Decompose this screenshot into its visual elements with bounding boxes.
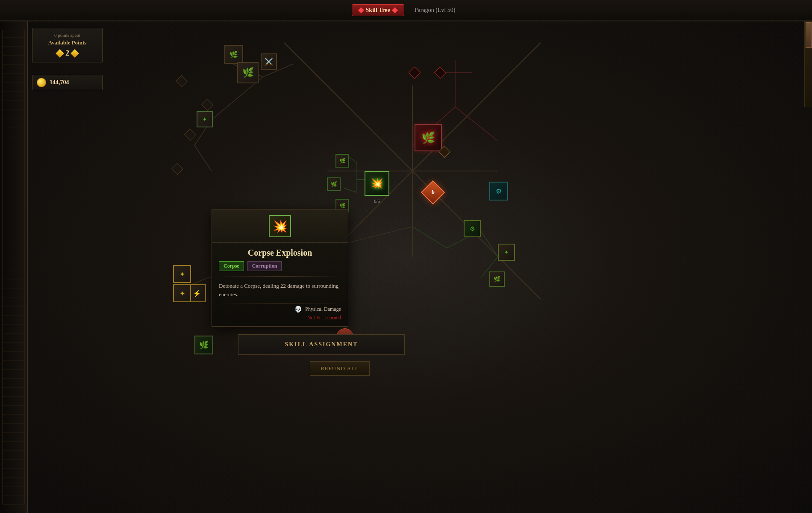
hub-number: 6 [432, 189, 435, 196]
skill-tree-tab[interactable]: Skill Tree [352, 4, 404, 16]
small-diamond-3-icon [184, 129, 196, 141]
red-node-2[interactable] [436, 68, 444, 77]
small-node-2[interactable] [203, 100, 212, 109]
green-plant-1[interactable]: 🌿 [335, 154, 349, 168]
skill-tree-diamond-icon [358, 7, 364, 13]
svg-line-26 [481, 231, 498, 256]
tooltip-icon-bar: 💥 [212, 210, 348, 243]
top-navigation-bar: Skill Tree Paragon (Lvl 50) [0, 0, 812, 21]
red-diamond-2-icon [434, 67, 446, 79]
node-progress: 0/5 [374, 198, 380, 203]
svg-line-0 [284, 43, 412, 171]
right-scrollbar[interactable] [804, 21, 812, 107]
svg-line-16 [455, 107, 498, 141]
scroll-thumb [806, 22, 812, 48]
center-hub[interactable]: 6 [424, 184, 441, 201]
refund-all-button[interactable]: REFUND ALL [310, 361, 370, 376]
tooltip-tags: Corpse Corruption [212, 261, 348, 276]
skill-assignment-label: SKILL ASSIGNMENT [285, 341, 358, 348]
small-diamond-2-icon [201, 99, 213, 111]
small-node-4[interactable] [173, 165, 182, 173]
left-border-pattern [2, 30, 25, 504]
connection-lines-svg [28, 21, 812, 513]
green-plant-2[interactable]: 🌿 [327, 177, 341, 191]
tooltip-stat-row: 💀 Physical Damage [212, 304, 348, 315]
top-node-1[interactable]: 🌿 [224, 45, 243, 64]
left-border [0, 21, 28, 513]
tag-corruption: Corruption [247, 261, 282, 271]
scythe-node[interactable]: 🌿 [237, 62, 259, 83]
svg-line-20 [344, 188, 357, 192]
lower-right-node[interactable]: ✦ [498, 244, 515, 261]
teal-node[interactable]: ⚙ [489, 182, 508, 200]
svg-line-24 [412, 227, 447, 248]
tooltip-skill-icon: 💥 [269, 215, 291, 237]
gear-node-right[interactable]: ⚙ [464, 220, 481, 237]
tooltip-stat-name: Physical Damage [305, 306, 341, 313]
large-red-node[interactable]: 🌿 [415, 124, 442, 151]
tooltip-panel: 💥 Corpse Explosion Corpse Corruption Det… [212, 209, 348, 327]
small-diamond-4-icon [171, 163, 183, 175]
top-node-2[interactable]: ⚔️ [261, 53, 277, 70]
small-node-1[interactable] [177, 77, 186, 86]
small-node-right-1[interactable] [440, 147, 449, 156]
corpse-explosion-node[interactable]: 💥 0/5 [365, 171, 389, 196]
svg-line-1 [412, 43, 541, 171]
paragon-tab[interactable]: Paragon (Lvl 50) [409, 5, 461, 16]
left-bottom-node-1[interactable]: ✦ [173, 265, 191, 283]
green-node-left[interactable]: ✦ [197, 111, 213, 127]
small-node-3[interactable] [186, 130, 194, 139]
skill-assign-icon-left[interactable]: 🌿 [194, 336, 213, 354]
left-bottom-node-3[interactable]: ✦ [173, 284, 191, 302]
tag-corpse: Corpse [219, 261, 244, 271]
not-learned-status: Not Yet Learned [212, 315, 348, 326]
skill-tree-area: 🌿 ⚔️ 🌿 ✦ 🌿 [28, 21, 812, 513]
lower-right-node-2[interactable]: 🌿 [489, 271, 505, 287]
red-node-1[interactable] [410, 68, 419, 77]
skill-tree-tab-label: Skill Tree [366, 7, 390, 14]
tooltip-skill-name: Corpse Explosion [212, 243, 348, 261]
skill-assignment-bar[interactable]: SKILL ASSIGNMENT [238, 334, 405, 355]
svg-line-12 [194, 145, 212, 171]
svg-line-10 [212, 77, 263, 120]
red-diamond-1-icon [409, 67, 421, 79]
paragon-tab-label: Paragon (Lvl 50) [415, 7, 456, 13]
skill-tree-diamond-icon-right [392, 7, 398, 13]
small-diamond-right-1-icon [438, 146, 450, 158]
tooltip-description: Detonate a Corpse, dealing 22 damage to … [212, 277, 348, 304]
small-diamond-1-icon [176, 75, 188, 87]
stat-icon: 💀 [294, 306, 302, 313]
refund-all-label: REFUND ALL [321, 365, 359, 371]
